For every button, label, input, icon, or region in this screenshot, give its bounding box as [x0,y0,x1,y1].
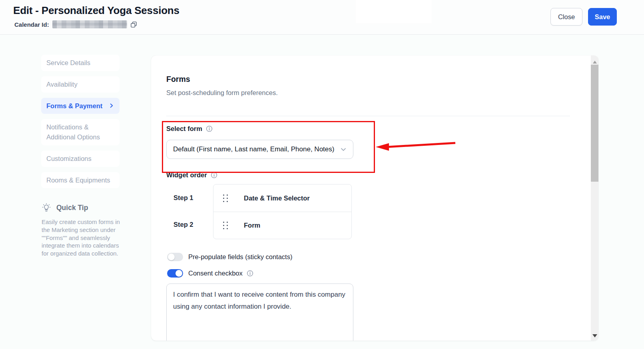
lightbulb-icon [42,203,51,212]
save-button[interactable]: Save [588,8,617,26]
sidebar-item-notifications[interactable]: Notifications & Additional Options [41,119,120,145]
header-redaction-patch [356,0,432,23]
sidebar-item-customizations[interactable]: Customizations [41,151,120,167]
sidebar-item-label: Availability [46,79,78,89]
header-bar: Edit - Personalized Yoga Sessions Calend… [0,0,644,35]
chevron-down-icon [340,146,347,153]
quick-tip-panel: Quick Tip Easily create custom forms in … [42,203,124,258]
calendar-id-redacted-value [52,20,127,28]
step-2-label: Step 2 [173,221,201,228]
sidebar-item-label: Notifications & Additional Options [46,122,114,142]
sidebar-item-availability[interactable]: Availability [41,76,120,93]
prepopulate-toggle[interactable] [167,253,183,261]
consent-toggle[interactable] [167,269,183,278]
sidebar-item-label: Forms & Payment [46,101,102,111]
panel-scrollbar[interactable] [591,56,598,341]
scroll-up-arrow[interactable] [591,58,598,63]
sidebar-item-forms-payment[interactable]: Forms & Payment [41,98,120,114]
header-actions: Close Save [550,8,617,26]
calendar-id-row: Calendar Id: [14,20,137,28]
drag-handle-icon[interactable] [223,194,228,202]
widget-order-label: Widget order [166,171,207,179]
scroll-down-arrow[interactable] [591,332,598,337]
prepopulate-toggle-label: Pre-populate fields (sticky contacts) [188,253,292,261]
select-form-label-row: Select form [166,125,213,133]
section-title: Forms [166,75,190,84]
sidebar-item-label: Service Details [46,58,90,68]
widget-name: Form [244,222,260,229]
consent-toggle-label: Consent checkbox [188,270,243,277]
widget-order-list: Date & Time Selector Form [213,184,352,239]
section-divider [166,116,570,116]
scrollbar-thumb[interactable] [591,65,598,182]
quick-tip-title: Quick Tip [56,204,88,212]
sidebar-item-label: Rooms & Equipments [46,175,110,185]
select-form-label: Select form [166,125,202,133]
quick-tip-body: Easily create custom forms in the Market… [42,218,122,258]
close-button[interactable]: Close [550,8,582,26]
info-icon[interactable] [247,270,253,277]
consent-toggle-row: Consent checkbox [167,269,253,278]
consent-text-input[interactable]: I confirm that I want to receive content… [166,284,353,341]
annotation-arrow [375,140,457,151]
sidebar-item-service-details[interactable]: Service Details [41,55,120,71]
info-icon[interactable] [206,125,213,132]
sidebar-item-label: Customizations [46,154,92,164]
widget-row-form[interactable]: Form [213,212,351,239]
calendar-id-label: Calendar Id: [14,21,49,28]
copy-icon[interactable] [130,21,137,28]
forms-settings-panel: Forms Set post-scheduling form preferenc… [151,56,598,341]
widget-row-date-time[interactable]: Date & Time Selector [213,184,351,212]
step-1-label: Step 1 [173,194,201,202]
section-subtitle: Set post-scheduling form preferences. [166,89,278,97]
chevron-right-icon [108,103,114,109]
select-form-value: Default (First name, Last name, Email, P… [173,145,334,153]
sidebar-item-rooms-equipments[interactable]: Rooms & Equipments [41,172,120,188]
prepopulate-toggle-row: Pre-populate fields (sticky contacts) [167,253,292,261]
page-title: Edit - Personalized Yoga Sessions [13,4,179,17]
drag-handle-icon[interactable] [223,222,228,229]
widget-order-label-row: Widget order [166,171,217,179]
info-icon[interactable] [211,172,217,178]
widget-name: Date & Time Selector [244,194,310,202]
select-form-dropdown[interactable]: Default (First name, Last name, Email, P… [166,140,353,159]
quick-tip-header: Quick Tip [42,203,124,212]
settings-sidebar: Service Details Availability Forms & Pay… [41,55,120,188]
